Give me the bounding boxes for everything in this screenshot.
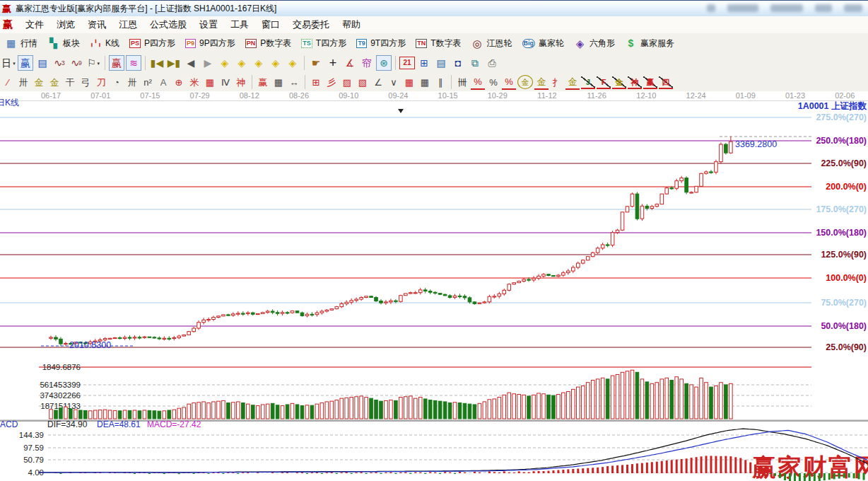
hexagon-button[interactable]: ◈六角形 — [569, 35, 620, 52]
fan-lines-icon[interactable]: 彡 — [324, 75, 339, 89]
grid-box-icon[interactable]: ⊞ — [309, 75, 323, 89]
flag-button[interactable]: ⚐▾ — [86, 55, 101, 71]
info-panel-button[interactable]: ▤ — [35, 55, 50, 71]
spectrum-chart-button[interactable]: ≋ — [126, 55, 141, 71]
matrix-icon[interactable]: ▦ — [402, 75, 416, 89]
sectors-button[interactable]: ▚板块 — [42, 35, 85, 52]
pen-tool-icon[interactable]: ∕ — [1, 75, 15, 89]
fence-tool-icon[interactable]: 卅 — [125, 75, 139, 89]
menu-item-9[interactable]: 帮助 — [336, 16, 367, 33]
spiral-tool-icon[interactable]: 弓 — [78, 75, 93, 89]
radial-web-icon[interactable]: 米 — [187, 75, 201, 89]
gold-circle-icon[interactable]: 金 — [517, 75, 533, 89]
network-button[interactable]: ⧉ — [467, 55, 483, 71]
angle-tool-button[interactable]: ∡ — [342, 55, 358, 71]
last-bar-button[interactable]: ▶▮ — [166, 55, 182, 71]
winner-wheel-button[interactable]: Big赢家轮 — [517, 35, 570, 52]
diamond-up-button[interactable]: ◈ — [251, 55, 266, 71]
notes-button[interactable]: ▤ — [433, 55, 449, 71]
n-square-icon[interactable]: n² — [141, 75, 155, 89]
percent-fan-icon[interactable]: % — [471, 74, 485, 90]
t-square-button[interactable]: TST四方形 — [296, 35, 351, 52]
menu-item-1[interactable]: 浏览 — [50, 16, 81, 33]
gold-fence2-icon[interactable]: 金 — [47, 75, 61, 89]
9t-square-button[interactable]: T99T四方形 — [351, 35, 411, 52]
winner-service-button[interactable]: $赢家服务 — [620, 35, 679, 52]
shen-tool-icon[interactable]: 神 — [234, 75, 248, 89]
matrix2-icon[interactable]: ▦ — [418, 75, 432, 89]
ink-brush-icon[interactable]: 扌 — [550, 75, 564, 89]
zigzag-icon[interactable]: ∨ — [387, 75, 401, 89]
period-day-button[interactable]: 日▾ — [1, 55, 16, 71]
p-square-button[interactable]: PSP四方形 — [124, 35, 180, 52]
fork-line-icon[interactable]: A — [156, 75, 170, 89]
kline-button[interactable]: ╻╹╻K线 — [85, 35, 124, 52]
winner-tool-button[interactable]: 赢 — [109, 55, 124, 71]
wave3-button[interactable]: ∿3 — [52, 55, 67, 71]
j-angle-icon[interactable]: J — [581, 76, 595, 89]
crosshair-tool-button[interactable]: + — [325, 55, 341, 71]
winner-chart-button[interactable]: 赢 — [18, 55, 33, 71]
wave9-button[interactable]: ∿9 — [69, 55, 84, 71]
prev-bar-button[interactable]: ◀ — [183, 55, 199, 71]
menu-item-4[interactable]: 公式选股 — [143, 16, 193, 33]
hand-tool-button[interactable]: ☛ — [308, 55, 324, 71]
gold-levels-icon[interactable]: 金 — [534, 74, 549, 90]
four-angle-icon[interactable]: 四 — [659, 76, 673, 89]
clock-circle-icon[interactable]: ◔ — [110, 75, 124, 89]
wave-gold-icon[interactable]: 金 — [565, 74, 580, 90]
menu-item-8[interactable]: 交易委托 — [286, 16, 336, 33]
window-control-blob[interactable] — [707, 4, 715, 12]
comb-tool-icon[interactable]: 卅 — [16, 75, 30, 89]
print-button[interactable]: ⎙ — [484, 55, 500, 71]
f-angle-icon[interactable]: F — [597, 76, 611, 89]
quotes-button[interactable]: ▦行情 — [0, 35, 42, 52]
save-button[interactable]: ◘ — [450, 55, 466, 71]
gold-angle-icon[interactable]: 金 — [612, 76, 626, 89]
diamond-all-button[interactable]: ◈ — [285, 55, 300, 71]
first-bar-button[interactable]: ▮◀ — [149, 55, 165, 71]
p-table-button[interactable]: PNP数字表 — [240, 35, 297, 52]
gann-box-icon[interactable]: ▨ — [340, 75, 354, 89]
price-count-icon[interactable]: 卌 — [455, 75, 469, 89]
calculator-button[interactable]: ⊞ — [416, 55, 432, 71]
9p-square-button[interactable]: P99P四方形 — [180, 35, 240, 52]
window-controls[interactable] — [707, 4, 862, 12]
win-angle-icon[interactable]: 赢 — [643, 76, 657, 89]
next-bar-button[interactable]: ▶ — [200, 55, 216, 71]
gann-wheel-button[interactable]: ◎江恩轮 — [467, 35, 517, 52]
gann-grid-icon[interactable]: ▧ — [356, 75, 370, 89]
brain-button[interactable]: ⊛ — [376, 55, 392, 71]
square-web-icon[interactable]: ▦ — [203, 75, 217, 89]
target-circle-icon[interactable]: ⊕ — [172, 75, 186, 89]
parallel-icon[interactable]: ∥ — [433, 75, 447, 89]
menu-item-0[interactable]: 文件 — [19, 16, 50, 33]
chart-canvas[interactable]: 06-1707-0107-1507-2908-1208-2609-1009-24… — [0, 91, 868, 481]
shen-angle-icon[interactable]: 神 — [628, 76, 642, 89]
f-fence-icon[interactable]: 干 — [63, 75, 77, 89]
gann-frame-button[interactable]: 帘 — [359, 55, 375, 71]
window-control-blob[interactable] — [727, 4, 758, 12]
menu-item-2[interactable]: 资讯 — [81, 16, 112, 33]
menu-item-5[interactable]: 设置 — [193, 16, 224, 33]
gold-fence-icon[interactable]: 金 — [32, 75, 46, 89]
close-button[interactable] — [844, 4, 862, 12]
t-table-button[interactable]: TNT数字表 — [411, 35, 466, 52]
diamond-left-button[interactable]: ◈ — [217, 55, 233, 71]
calendar-button[interactable]: 21 — [399, 57, 415, 69]
span-measure-icon[interactable]: ↔ — [287, 75, 301, 89]
win-ruler-icon[interactable]: 赢 — [256, 75, 270, 89]
roman-ruler-icon[interactable]: Ⅳ — [218, 75, 233, 89]
diamond-down-button[interactable]: ◈ — [268, 55, 283, 71]
diamond-right-button[interactable]: ◈ — [234, 55, 250, 71]
menu-item-7[interactable]: 窗口 — [255, 16, 286, 33]
window-control-blob[interactable] — [770, 4, 803, 12]
brush-tool-icon[interactable]: 刀 — [94, 75, 108, 89]
menu-item-6[interactable]: 工具 — [224, 16, 255, 33]
menu-item-3[interactable]: 江恩 — [112, 16, 143, 33]
angle-line-icon[interactable]: ∠ — [371, 75, 385, 89]
percent-levels-icon[interactable]: % — [502, 74, 516, 90]
percent-icon[interactable]: % — [486, 75, 500, 89]
minimize-button[interactable] — [815, 4, 832, 12]
count-ruler-icon[interactable]: ▦ — [271, 75, 286, 89]
